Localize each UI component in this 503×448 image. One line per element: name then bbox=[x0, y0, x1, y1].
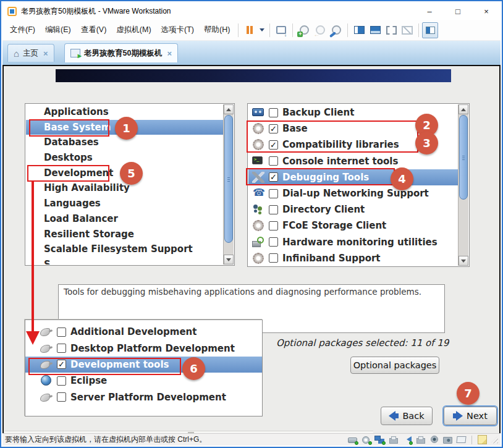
network-adapter-icon[interactable] bbox=[374, 435, 385, 444]
show-thumbnail-bar-button[interactable] bbox=[367, 23, 383, 38]
scrollbar-thumb[interactable] bbox=[459, 115, 468, 200]
checkbox[interactable] bbox=[57, 344, 66, 353]
printer-icon[interactable] bbox=[388, 435, 399, 444]
maximize-button[interactable]: □ bbox=[444, 2, 472, 20]
item-label: Infiniband Support bbox=[282, 253, 381, 264]
take-snapshot-button[interactable] bbox=[296, 23, 312, 38]
list-item[interactable]: Eclipse bbox=[25, 373, 262, 389]
checkbox[interactable] bbox=[269, 108, 278, 117]
annotation-box-development bbox=[27, 165, 109, 182]
people-icon bbox=[252, 204, 264, 215]
revert-snapshot-button[interactable] bbox=[312, 23, 328, 38]
scroll-up-icon[interactable] bbox=[224, 104, 234, 114]
list-item[interactable]: Console internet tools bbox=[248, 153, 458, 169]
annotation-step-6: 6 bbox=[182, 357, 205, 380]
back-arrow-icon bbox=[389, 411, 399, 421]
toolbar bbox=[235, 22, 438, 38]
fullscreen-button[interactable] bbox=[383, 23, 399, 38]
menu-item[interactable]: 编辑(E) bbox=[40, 22, 76, 38]
unity-mode-button[interactable] bbox=[399, 23, 415, 38]
scrollbar-thumb[interactable] bbox=[224, 115, 233, 243]
minimize-button[interactable]: – bbox=[415, 2, 444, 20]
list-item[interactable]: Additional Development bbox=[25, 324, 262, 340]
show-library-button[interactable] bbox=[351, 23, 367, 38]
printer-alt-icon[interactable] bbox=[415, 435, 426, 444]
annotation-arrow-line bbox=[32, 182, 34, 331]
package-list-scrollbar[interactable] bbox=[458, 104, 468, 266]
menu-item[interactable]: 选项卡(T) bbox=[156, 22, 199, 38]
home-icon bbox=[14, 48, 19, 59]
vm-icon bbox=[70, 49, 80, 57]
checkbox[interactable] bbox=[269, 205, 278, 214]
group-list-scrollbar[interactable] bbox=[223, 104, 234, 264]
list-item[interactable]: Hardware monitoring utilities bbox=[248, 234, 458, 250]
group-list-item[interactable]: Languages bbox=[26, 196, 223, 211]
toolbar-separator bbox=[292, 23, 293, 37]
sound-icon[interactable] bbox=[402, 435, 412, 444]
resize-grip[interactable] bbox=[491, 436, 498, 444]
console-view-button[interactable] bbox=[422, 22, 438, 38]
webcam-icon[interactable] bbox=[429, 435, 439, 444]
checkbox[interactable] bbox=[269, 237, 278, 247]
note-icon[interactable] bbox=[477, 435, 488, 444]
group-list-item[interactable]: Scalable Filesystem Support bbox=[26, 242, 223, 257]
title-bar: 老男孩教育50期模板机 - VMware Workstation – □ × bbox=[2, 2, 501, 20]
list-item[interactable]: Desktop Platform Development bbox=[25, 340, 262, 356]
list-item[interactable]: Server Platform Development bbox=[25, 389, 262, 405]
annotation-arrow-head bbox=[26, 331, 40, 345]
group-list-item[interactable]: Resilient Storage bbox=[26, 227, 223, 242]
close-tab-icon[interactable]: × bbox=[166, 49, 172, 58]
list-item[interactable]: Dial-up Networking Support bbox=[248, 185, 458, 201]
device-status-icons bbox=[347, 435, 488, 444]
camera-icon[interactable] bbox=[442, 435, 453, 444]
checkbox[interactable] bbox=[269, 253, 278, 263]
menu-item[interactable]: 虚拟机(M) bbox=[111, 22, 156, 38]
vm-screen[interactable]: ApplicationsBase SystemDatabasesDesktops… bbox=[2, 65, 501, 436]
checkbox[interactable] bbox=[57, 376, 66, 386]
tab-vm[interactable]: 老男孩教育50期模板机 × bbox=[64, 43, 178, 62]
item-label: Backup Client bbox=[282, 107, 354, 118]
checkbox[interactable] bbox=[57, 392, 66, 402]
snapshot-manager-button[interactable] bbox=[328, 23, 344, 38]
display-icon[interactable] bbox=[456, 435, 467, 444]
scroll-down-icon[interactable] bbox=[224, 255, 234, 264]
list-item[interactable]: Infiniband Support bbox=[248, 250, 458, 266]
trowel-icon bbox=[40, 343, 53, 354]
scroll-down-icon[interactable] bbox=[459, 256, 468, 266]
menu-item[interactable]: 文件(F) bbox=[5, 22, 40, 38]
close-tab-icon[interactable]: × bbox=[42, 49, 48, 58]
item-label: FCoE Storage Client bbox=[282, 220, 386, 231]
tab-home[interactable]: 主页 × bbox=[7, 44, 54, 62]
item-label: Additional Development bbox=[70, 326, 197, 337]
trowel-icon bbox=[40, 392, 53, 403]
back-button[interactable]: Back bbox=[381, 407, 433, 425]
annotation-step-7: 7 bbox=[457, 382, 480, 405]
tape-drive-icon bbox=[252, 107, 264, 118]
group-list-item[interactable]: High Availability bbox=[26, 180, 223, 196]
optional-packages-summary: Optional packages selected: 11 of 19 bbox=[276, 337, 449, 349]
scroll-up-icon[interactable] bbox=[459, 104, 468, 114]
tab-vm-label: 老男孩教育50期模板机 bbox=[84, 48, 162, 59]
hard-disk-icon[interactable] bbox=[347, 435, 358, 444]
menu-item[interactable]: 查看(V) bbox=[76, 22, 112, 38]
checkbox[interactable] bbox=[269, 156, 278, 166]
pause-button[interactable] bbox=[242, 23, 258, 38]
gear-icon bbox=[252, 220, 264, 231]
checkbox[interactable] bbox=[57, 328, 66, 337]
toolbar-separator bbox=[269, 23, 270, 37]
cd-drive-icon[interactable] bbox=[361, 435, 371, 444]
pause-dropdown-caret[interactable] bbox=[258, 23, 266, 38]
checkbox[interactable] bbox=[269, 221, 278, 230]
list-item[interactable]: FCoE Storage Client bbox=[248, 218, 458, 234]
send-ctrl-alt-del-button[interactable] bbox=[273, 23, 289, 38]
checkbox[interactable] bbox=[269, 189, 278, 198]
group-list-item[interactable]: Load Balancer bbox=[26, 211, 223, 227]
menu-item[interactable]: 帮助(H) bbox=[199, 22, 235, 38]
list-item[interactable]: Directory Client bbox=[248, 201, 458, 218]
group-list-item[interactable]: S bbox=[26, 257, 223, 264]
close-button[interactable]: × bbox=[472, 2, 501, 20]
menu-toolbar: 文件(F)编辑(E)查看(V)虚拟机(M)选项卡(T)帮助(H) bbox=[2, 20, 501, 41]
menu-bar: 文件(F)编辑(E)查看(V)虚拟机(M)选项卡(T)帮助(H) bbox=[5, 22, 235, 38]
next-button[interactable]: Next bbox=[444, 407, 497, 425]
optional-packages-button[interactable]: Optional packages bbox=[350, 357, 439, 374]
